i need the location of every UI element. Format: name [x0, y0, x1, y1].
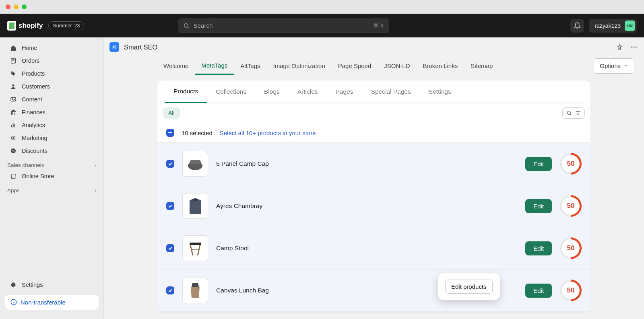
sidebar-item-marketing[interactable]: Marketing	[2, 132, 101, 144]
sub-tab-settings[interactable]: Settings	[420, 81, 460, 102]
sidebar-item-label: Products	[22, 70, 45, 77]
sidebar-item-analytics[interactable]: Analytics	[2, 119, 101, 131]
sidebar-item-online-store[interactable]: Online Store	[2, 170, 101, 182]
product-name[interactable]: Camp Stool	[216, 245, 517, 252]
product-row: 5 Panel Camp Cap Edit 50	[157, 143, 590, 185]
bell-icon	[574, 22, 581, 29]
avatar: raz	[625, 21, 635, 31]
edit-product-button[interactable]: Edit	[525, 157, 552, 171]
section-label: Apps	[7, 187, 20, 193]
notifications-button[interactable]	[570, 19, 584, 33]
sidebar-item-products[interactable]: Products	[2, 68, 101, 80]
svg-point-5	[12, 72, 12, 73]
product-row: Canvas Lunch Bag Edit 50	[157, 270, 590, 312]
orders-icon	[10, 57, 17, 64]
chevron-down-icon	[624, 64, 628, 68]
analytics-icon	[10, 121, 17, 129]
sub-tab-blogs[interactable]: Blogs	[255, 81, 289, 102]
edit-product-button[interactable]: Edit	[525, 284, 552, 298]
search-shortcut: ⌘ K	[374, 23, 384, 29]
filter-icon	[575, 110, 581, 116]
svg-rect-7	[11, 97, 16, 101]
sidebar-item-discounts[interactable]: % Discounts	[2, 145, 101, 157]
content-area: Smart SEO Welcome MetaTags AltTags Image…	[104, 37, 644, 319]
filter-row: All	[157, 103, 590, 123]
select-all-link[interactable]: Select all 10+ products in your store	[220, 130, 316, 136]
sidebar-item-label: Home	[22, 45, 37, 51]
product-checkbox[interactable]	[166, 286, 174, 294]
shopify-logo: shopify	[7, 21, 43, 31]
info-icon	[10, 298, 17, 306]
sidebar-item-customers[interactable]: Customers	[2, 80, 101, 93]
svg-point-6	[12, 84, 14, 86]
brand-label: shopify	[19, 22, 43, 30]
smart-seo-app-icon	[109, 42, 119, 52]
tab-broken-links[interactable]: Broken Links	[417, 58, 464, 74]
sub-tab-pages[interactable]: Pages	[327, 81, 362, 102]
options-button[interactable]: Options	[594, 58, 634, 74]
edit-product-button[interactable]: Edit	[525, 199, 552, 213]
seo-score: 50	[560, 237, 582, 259]
product-checkbox[interactable]	[166, 160, 174, 168]
sidebar-item-settings[interactable]: Settings	[2, 279, 101, 291]
svg-rect-11	[14, 124, 15, 127]
shopify-logo-icon	[7, 21, 16, 31]
user-menu-button[interactable]: razyak123 raz	[589, 19, 637, 33]
svg-rect-10	[13, 123, 14, 127]
sidebar-item-label: Finances	[22, 109, 45, 115]
sidebar-item-label: Online Store	[22, 173, 54, 179]
minimize-dot[interactable]	[14, 4, 19, 9]
search-filter-button[interactable]	[562, 107, 585, 119]
filter-pill-all[interactable]: All	[163, 107, 180, 119]
edit-products-button[interactable]: Edit products	[445, 280, 493, 294]
seo-score: 50	[560, 195, 582, 217]
sub-tab-articles[interactable]: Articles	[289, 81, 327, 102]
finances-icon	[10, 109, 17, 116]
product-name[interactable]: 5 Panel Camp Cap	[216, 160, 517, 167]
sidebar-item-label: Marketing	[22, 135, 47, 141]
products-icon	[10, 70, 17, 77]
selection-count: 10 selected	[182, 130, 213, 136]
search-input[interactable]: Search ⌘ K	[178, 19, 389, 33]
search-placeholder: Search	[194, 22, 213, 29]
svg-point-24	[567, 111, 570, 114]
tab-image-optimization[interactable]: Image Optimization	[267, 58, 332, 74]
bulk-action-popup: Edit products	[438, 273, 500, 300]
select-all-checkbox[interactable]	[166, 129, 174, 137]
product-checkbox[interactable]	[166, 202, 174, 210]
sidebar: Home Orders Products Customers Content F…	[0, 37, 104, 319]
app-header: Smart SEO	[104, 37, 644, 57]
seo-score: 50	[560, 280, 582, 301]
sub-tab-products[interactable]: Products	[165, 81, 207, 103]
sidebar-section-apps[interactable]: Apps ›	[0, 183, 103, 195]
svg-line-25	[570, 114, 571, 115]
sub-tab-collections[interactable]: Collections	[207, 81, 255, 102]
edit-product-button[interactable]: Edit	[525, 241, 552, 255]
more-button[interactable]	[630, 43, 638, 51]
tab-alttags[interactable]: AltTags	[234, 58, 266, 74]
product-checkbox[interactable]	[166, 244, 174, 252]
tab-metatags[interactable]: MetaTags	[195, 57, 234, 75]
svg-point-20	[114, 46, 116, 48]
marketing-icon	[10, 134, 17, 142]
sidebar-item-home[interactable]: Home	[2, 42, 101, 54]
sidebar-item-content[interactable]: Content	[2, 93, 101, 105]
sidebar-item-orders[interactable]: Orders	[2, 55, 101, 67]
sidebar-section-sales-channels[interactable]: Sales channels ›	[0, 157, 103, 170]
product-name[interactable]: Ayres Chambray	[216, 202, 517, 210]
pin-button[interactable]	[615, 43, 624, 51]
non-transferable-banner[interactable]: Non-transferable	[4, 294, 99, 310]
tab-json-ld[interactable]: JSON-LD	[378, 58, 416, 74]
maximize-dot[interactable]	[22, 4, 27, 9]
section-label: Sales channels	[7, 162, 44, 168]
chevron-right-icon: ›	[95, 187, 97, 193]
sidebar-item-finances[interactable]: Finances	[2, 106, 101, 118]
product-thumbnail	[182, 151, 208, 177]
sub-tab-special-pages[interactable]: Special Pages	[362, 81, 420, 102]
tab-sitemap[interactable]: Sitemap	[464, 58, 499, 74]
tab-welcome[interactable]: Welcome	[157, 58, 195, 74]
sidebar-item-label: Content	[22, 96, 42, 103]
tab-page-speed[interactable]: Page Speed	[332, 58, 378, 74]
app-tabs: Welcome MetaTags AltTags Image Optimizat…	[104, 57, 644, 75]
close-dot[interactable]	[6, 4, 10, 9]
